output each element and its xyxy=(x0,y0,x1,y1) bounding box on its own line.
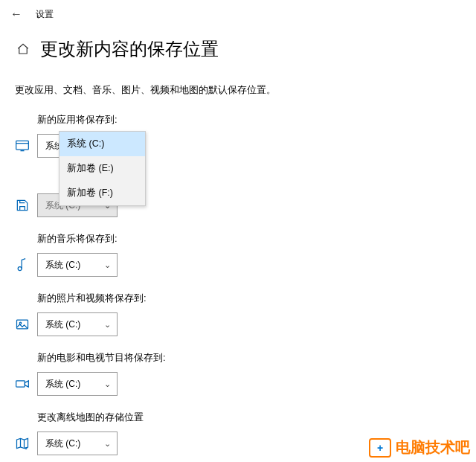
music-dropdown[interactable]: 系统 (C:) ⌄ xyxy=(37,253,118,277)
photo-icon xyxy=(15,317,37,332)
chevron-down-icon: ⌄ xyxy=(104,260,111,270)
window-title: 设置 xyxy=(36,8,54,21)
section-label-photos: 新的照片和视频将保存到: xyxy=(37,292,461,305)
photos-dropdown-value: 系统 (C:) xyxy=(45,318,80,331)
chevron-down-icon: ⌄ xyxy=(104,379,111,389)
map-icon xyxy=(15,436,37,451)
chevron-down-icon: ⌄ xyxy=(104,439,111,449)
maps-dropdown[interactable]: 系统 (C:) ⌄ xyxy=(37,431,118,455)
video-icon xyxy=(15,376,37,391)
svg-rect-6 xyxy=(16,381,25,387)
section-label-apps: 新的应用将保存到: xyxy=(37,113,461,126)
photos-dropdown[interactable]: 系统 (C:) ⌄ xyxy=(37,312,118,336)
home-icon[interactable] xyxy=(16,42,30,56)
dropdown-option[interactable]: 新加卷 (F:) xyxy=(60,181,145,205)
watermark-text: 电脑技术吧 xyxy=(396,437,470,458)
section-label-movies: 新的电影和电视节目将保存到: xyxy=(37,351,461,365)
movies-dropdown-value: 系统 (C:) xyxy=(45,378,80,391)
chevron-down-icon: ⌄ xyxy=(104,320,111,330)
svg-point-3 xyxy=(18,267,22,271)
music-icon xyxy=(15,257,37,272)
back-icon[interactable]: ← xyxy=(10,7,22,21)
svg-rect-0 xyxy=(16,141,29,150)
section-label-maps: 更改离线地图的存储位置 xyxy=(37,411,461,424)
movies-dropdown[interactable]: 系统 (C:) ⌄ xyxy=(37,372,118,396)
watermark: + 电脑技术吧 xyxy=(369,437,470,458)
apps-dropdown-list[interactable]: 系统 (C:) 新加卷 (E:) 新加卷 (F:) xyxy=(59,131,146,206)
music-dropdown-value: 系统 (C:) xyxy=(45,259,80,272)
page-description: 更改应用、文档、音乐、图片、视频和地图的默认保存位置。 xyxy=(0,67,476,97)
section-label-music: 新的音乐将保存到: xyxy=(37,232,461,246)
maps-dropdown-value: 系统 (C:) xyxy=(45,437,80,450)
docs-icon xyxy=(15,198,37,213)
dropdown-option[interactable]: 系统 (C:) xyxy=(60,132,145,156)
dropdown-option[interactable]: 新加卷 (E:) xyxy=(60,156,145,181)
page-title: 更改新内容的保存位置 xyxy=(40,37,219,61)
watermark-logo-icon: + xyxy=(369,438,391,458)
apps-icon xyxy=(15,138,37,153)
